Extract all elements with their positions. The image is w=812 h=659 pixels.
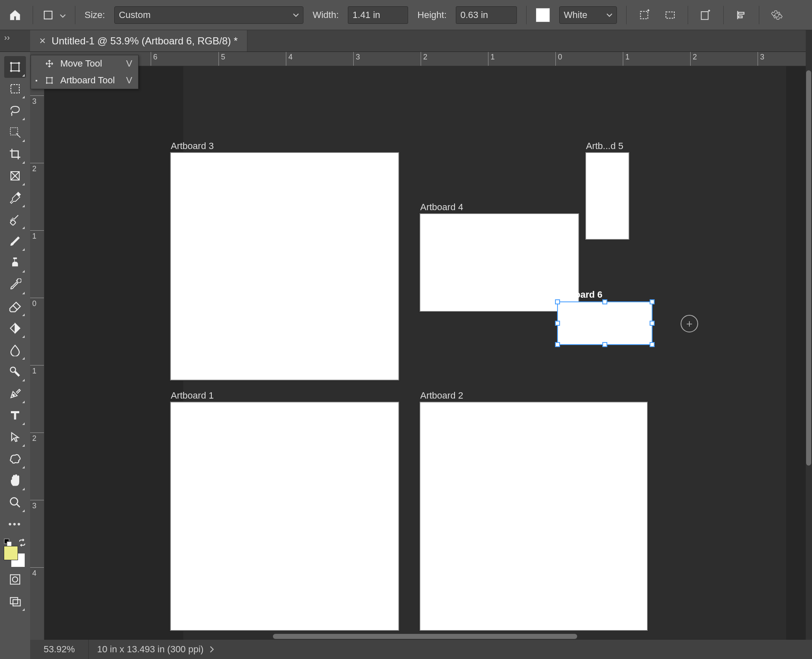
svg-rect-19 (13, 600, 21, 606)
toolbox: ••• (0, 52, 30, 659)
more-tools[interactable]: ••• (4, 513, 26, 535)
blur-tool[interactable] (4, 339, 26, 361)
artboard-label[interactable]: Artboard 3 (171, 141, 214, 152)
artboard-label-selected[interactable]: Artboard 6 (556, 289, 602, 300)
divider (526, 6, 527, 24)
dodge-tool[interactable] (4, 361, 26, 383)
chevron-down-icon (293, 13, 299, 17)
divider (759, 6, 759, 24)
svg-point-11 (10, 367, 16, 373)
chevron-down-icon (60, 10, 66, 20)
expand-panels-icon[interactable]: ›› (0, 30, 30, 51)
artboard-label[interactable]: Artboard 2 (420, 390, 463, 401)
document-info[interactable]: 10 in x 13.493 in (300 ppi) (89, 644, 223, 655)
artboard-tool[interactable] (4, 56, 26, 78)
width-input[interactable]: 1.41 in (348, 6, 408, 24)
frame-tool[interactable] (4, 165, 26, 187)
marquee-tool[interactable] (4, 78, 26, 100)
type-tool[interactable] (4, 404, 26, 426)
divider (33, 6, 33, 24)
status-bar: 53.92% 10 in x 13.493 in (300 ppi) (30, 640, 812, 659)
pen-tool[interactable] (4, 383, 26, 404)
divider (688, 6, 688, 24)
options-bar: Size: Custom Width: 1.41 in Height: 0.63… (0, 0, 812, 30)
clone-stamp-tool[interactable] (4, 252, 26, 274)
resize-handle[interactable] (555, 299, 560, 304)
fill-value: White (564, 10, 587, 21)
svg-rect-2 (666, 12, 674, 18)
document-tab[interactable]: × Untitled-1 @ 53.9% (Artboard 6, RGB/8)… (30, 30, 247, 51)
tab-title: Untitled-1 @ 53.9% (Artboard 6, RGB/8) * (51, 35, 238, 47)
canvas[interactable]: Artboard 3 Artboard 4 Artb...d 5 Artboar… (44, 66, 806, 640)
height-input[interactable]: 0.63 in (456, 6, 517, 24)
zoom-tool[interactable] (4, 492, 26, 513)
horizontal-scrollbar[interactable] (273, 634, 578, 639)
resize-handle[interactable] (602, 299, 607, 304)
color-controls (3, 538, 28, 565)
svg-rect-18 (10, 597, 18, 604)
path-select-tool[interactable] (4, 426, 26, 448)
svg-rect-5 (739, 16, 743, 18)
shape-tool[interactable] (4, 448, 26, 470)
artboard-3[interactable] (170, 152, 399, 381)
close-icon[interactable]: × (39, 34, 46, 47)
settings-icon[interactable] (768, 7, 785, 23)
flyout-artboard-tool[interactable]: ▪ Artboard Tool V (31, 72, 138, 89)
swap-colors-icon[interactable] (18, 538, 26, 549)
artboard-6-selected[interactable] (557, 301, 653, 345)
lasso-tool[interactable] (4, 100, 26, 121)
size-select[interactable]: Custom (114, 6, 303, 24)
resize-handle[interactable] (555, 321, 560, 326)
artboard-new-icon[interactable] (697, 7, 714, 23)
svg-point-17 (13, 577, 18, 582)
history-brush-tool[interactable] (4, 274, 26, 296)
artboard-label[interactable]: Artboard 4 (420, 202, 463, 213)
tab-bar: ›› × Untitled-1 @ 53.9% (Artboard 6, RGB… (0, 30, 812, 52)
resize-handle[interactable] (650, 342, 655, 347)
height-label: Height: (417, 10, 447, 21)
divider (75, 6, 75, 24)
resize-handle[interactable] (555, 342, 560, 347)
resize-handle[interactable] (602, 342, 607, 347)
artboard-icon (44, 76, 55, 85)
crop-tool[interactable] (4, 143, 26, 165)
screen-mode-icon[interactable] (4, 590, 26, 612)
tool-preset-picker[interactable] (42, 9, 66, 21)
brush-tool[interactable] (4, 230, 26, 252)
gradient-tool[interactable] (4, 317, 26, 339)
artboard-4[interactable] (419, 213, 579, 312)
eraser-tool[interactable] (4, 296, 26, 317)
vertical-scrollbar[interactable] (806, 70, 811, 466)
quick-mask-icon[interactable] (4, 569, 26, 590)
ruler-vertical[interactable]: 32101234 (30, 66, 44, 640)
healing-brush-tool[interactable] (4, 209, 26, 230)
zoom-level[interactable]: 53.92% (30, 640, 89, 659)
size-label: Size: (85, 10, 105, 21)
svg-rect-16 (10, 575, 20, 584)
resize-handle[interactable] (650, 321, 655, 326)
move-icon (44, 59, 55, 68)
svg-rect-6 (11, 63, 19, 71)
svg-rect-4 (739, 12, 744, 14)
hand-tool[interactable] (4, 470, 26, 492)
artboard-1[interactable] (170, 402, 399, 631)
artboard-2[interactable] (419, 402, 648, 631)
magic-select-tool[interactable] (4, 121, 26, 143)
svg-rect-1 (640, 11, 648, 19)
artboard-5[interactable] (585, 152, 630, 240)
eyedropper-tool[interactable] (4, 187, 26, 209)
add-artboard-button[interactable]: + (681, 315, 698, 332)
artboard-add-icon[interactable] (636, 7, 653, 23)
home-icon[interactable] (7, 7, 23, 23)
fill-select[interactable]: White (559, 6, 617, 24)
resize-handle[interactable] (650, 299, 655, 304)
artboard-label[interactable]: Artb...d 5 (586, 141, 623, 152)
artboard-select-icon[interactable] (662, 7, 678, 23)
flyout-move-tool[interactable]: Move Tool V (31, 55, 138, 72)
chevron-down-icon (606, 13, 612, 17)
foreground-color[interactable] (4, 546, 18, 560)
ruler-horizontal[interactable]: 6543210123 (42, 52, 806, 66)
align-icon[interactable] (733, 7, 750, 23)
artboard-label[interactable]: Artboard 1 (171, 390, 214, 401)
fill-swatch[interactable] (536, 8, 550, 22)
